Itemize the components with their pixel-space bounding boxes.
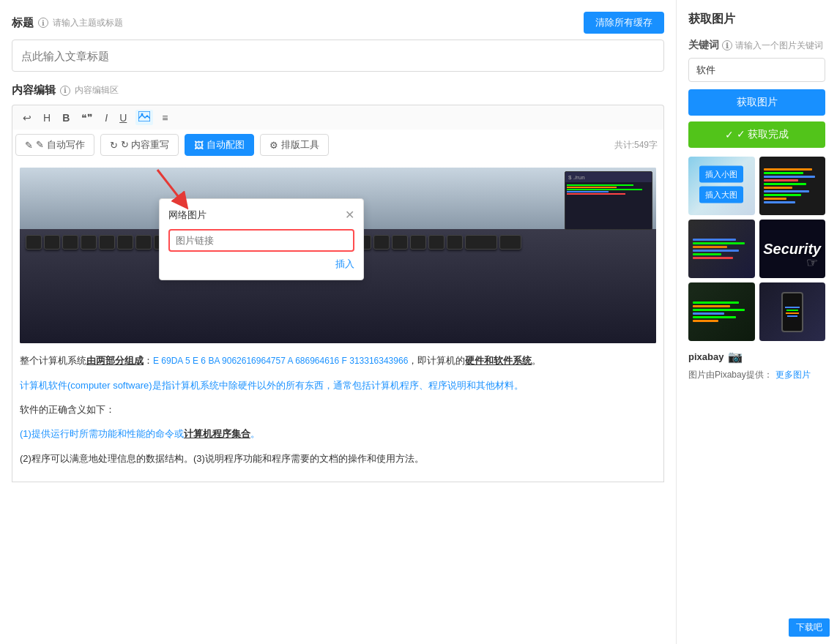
image-url-input[interactable] — [168, 229, 354, 252]
image-thumb-3[interactable] — [688, 220, 755, 278]
fetch-images-button[interactable]: 获取图片 — [688, 89, 825, 116]
insert-large-button-1[interactable]: 插入大图 — [699, 187, 743, 203]
source-attribution: 图片由Pixabay提供： 更多图片 — [688, 368, 825, 381]
paragraph-3: 软件的正确含义如下： — [20, 401, 656, 418]
auto-write-label: ✎ 自动写作 — [36, 138, 85, 151]
word-count: 共计:549字 — [614, 139, 663, 151]
title-info-icon: ℹ — [38, 18, 48, 28]
paragraph-2: 计算机软件(computer software)是指计算机系统中除硬件以外的所有… — [20, 377, 656, 394]
italic-button[interactable]: I — [102, 111, 111, 125]
watermark: 下载吧 — [789, 618, 830, 637]
keyword-info-icon: ℹ — [722, 40, 732, 50]
image-button[interactable] — [135, 110, 153, 125]
image-icon — [138, 111, 150, 121]
paragraph-1: 整个计算机系统由两部分组成：E 69DA 5 E 6 BA 9062616964… — [20, 352, 656, 370]
title-label: 标题 — [12, 16, 34, 30]
right-panel: 获取图片 关键词 ℹ 请输入一个图片关键词 获取图片 ✓ ✓ 获取完成 插入小图… — [676, 0, 837, 644]
pencil-icon: ✎ — [25, 140, 33, 151]
bold-button[interactable]: B — [59, 111, 72, 125]
content-rewrite-button[interactable]: ↻ ↻ 内容重写 — [100, 134, 179, 156]
editor-label: 内容编辑 — [12, 83, 56, 97]
editor-text-content[interactable]: 整个计算机系统由两部分组成：E 69DA 5 E 6 BA 9062616964… — [20, 352, 656, 467]
underline-button[interactable]: U — [116, 111, 130, 125]
undo-button[interactable]: ↩ — [20, 111, 34, 125]
camera-icon: 📷 — [728, 350, 743, 364]
popup-close-button[interactable]: ✕ — [345, 208, 354, 222]
pixabay-logo: pixabay — [688, 351, 723, 362]
right-panel-title: 获取图片 — [688, 12, 825, 27]
editor-toolbar: ↩ H B ❝❞ I U ≡ — [12, 105, 664, 130]
image-thumb-5[interactable] — [688, 282, 755, 341]
more-images-link[interactable]: 更多图片 — [775, 370, 811, 380]
image-url-popup: 网络图片 ✕ 插入 — [159, 198, 364, 280]
check-icon: ✓ — [725, 129, 734, 141]
pixabay-row: pixabay 📷 — [688, 350, 825, 364]
editor-hint: 内容编辑区 — [75, 84, 119, 97]
image-thumb-6[interactable] — [759, 282, 826, 341]
auto-write-button[interactable]: ✎ ✎ 自动写作 — [15, 134, 94, 156]
img-icon: 🖼 — [194, 140, 204, 151]
insert-small-button-1[interactable]: 插入小图 — [699, 166, 743, 183]
image-thumb-4[interactable]: Security ☞ — [759, 220, 826, 278]
popup-title: 网络图片 — [168, 209, 207, 222]
editor-area[interactable]: 网络图片 ✕ 插入 — [12, 160, 664, 482]
content-rewrite-label: ↻ 内容重写 — [121, 138, 170, 151]
editor-info-icon: ℹ — [60, 86, 70, 96]
article-title-input[interactable] — [12, 40, 664, 72]
align-button[interactable]: ≡ — [159, 111, 171, 125]
format-tools-label: 排版工具 — [281, 138, 319, 151]
heading-button[interactable]: H — [40, 111, 53, 125]
keyword-label: 关键词 ℹ 请输入一个图片关键词 — [688, 39, 825, 52]
paragraph-5: (2)程序可以满意地处理信息的数据结构。(3)说明程序功能和程序需要的文档的操作… — [20, 450, 656, 467]
refresh-icon: ↻ — [110, 140, 118, 151]
tools-icon: ⚙ — [269, 140, 278, 151]
title-hint: 请输入主题或标题 — [53, 17, 123, 29]
auto-img-label: 自动配图 — [207, 138, 245, 151]
image-thumb-2[interactable] — [759, 157, 826, 215]
keyword-input[interactable] — [688, 58, 825, 82]
quote-button[interactable]: ❝❞ — [78, 111, 96, 125]
insert-image-link[interactable]: 插入 — [168, 258, 354, 271]
image-grid: 插入小图 插入大图 — [688, 157, 825, 341]
action-bar: ✎ ✎ 自动写作 ↻ ↻ 内容重写 🖼 自动配图 ⚙ 排版工具 共计:549字 — [12, 130, 664, 160]
clear-cache-button[interactable]: 清除所有缓存 — [584, 12, 664, 34]
done-label: ✓ 获取完成 — [737, 128, 789, 141]
image-thumb-1[interactable]: 插入小图 插入大图 — [688, 157, 755, 215]
auto-img-button[interactable]: 🖼 自动配图 — [185, 134, 254, 156]
format-tools-button[interactable]: ⚙ 排版工具 — [260, 134, 329, 156]
fetch-done-button[interactable]: ✓ ✓ 获取完成 — [688, 121, 825, 148]
paragraph-4: (1)提供运行时所需功能和性能的命令或计算机程序集合。 — [20, 425, 656, 442]
